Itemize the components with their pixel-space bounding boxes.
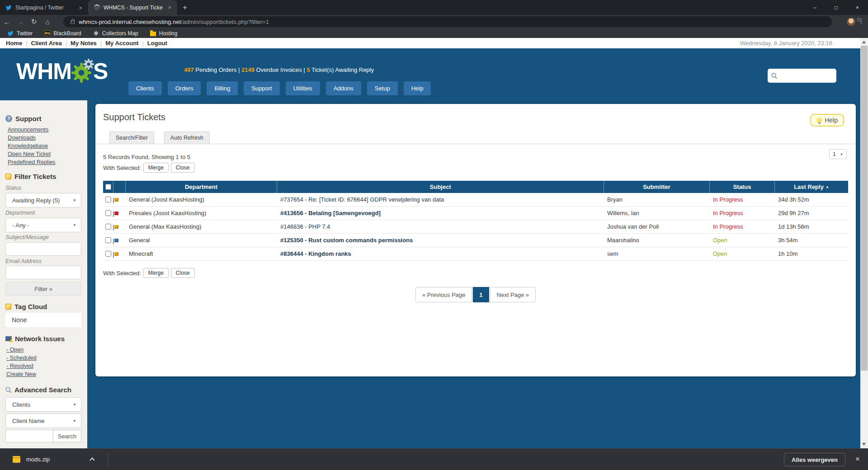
email-address-input[interactable] [5,266,81,279]
sidebar-link-downloads[interactable]: Downloads [8,134,56,142]
advanced-search-button[interactable]: Search [53,430,81,442]
page-number-select[interactable]: 1 ▼ [829,149,847,159]
home-icon[interactable]: ⌂ [41,18,54,26]
nav-orders-button[interactable]: Orders [168,81,201,95]
row-checkbox[interactable] [105,237,111,243]
column-header-department[interactable]: Department [125,181,277,193]
downloaded-file-name[interactable]: mods.zip [26,456,50,463]
section-title: Advanced Search [14,386,71,394]
sidebar-link-open-new-ticket[interactable]: Open New Ticket [8,150,56,158]
advanced-search-type-select[interactable]: Clients ▼ [5,397,81,412]
help-button[interactable]: Help [810,114,844,127]
sidebar: ? Support Announcements Downloads Knowle… [0,100,87,448]
ticket-subject[interactable]: #737654 - Re: [Ticket ID: 676644] GDPR v… [280,196,444,203]
bookmark-collectors-map[interactable]: Collectors Map [93,30,138,37]
row-checkbox[interactable] [105,224,111,230]
nav-utilities-button[interactable]: Utilities [286,81,320,95]
window-maximize-icon[interactable]: □ [826,0,847,15]
whmcs-header: WHM [0,48,860,100]
scrollbar-thumb[interactable] [861,46,868,371]
filter-button[interactable]: Filter » [5,282,81,296]
row-checkbox[interactable] [105,197,111,202]
sidebar-link-network-create-new[interactable]: Create New [6,370,37,378]
ticket-subject[interactable]: #413656 - Betaling [Samengevoegd] [280,210,381,216]
department-select[interactable]: - Any - ▼ [5,218,81,232]
merge-button[interactable]: Merge [143,163,169,173]
ticket-last-reply: 1d 13h 56m [774,223,848,230]
back-icon[interactable]: ← [0,18,14,26]
column-header-status[interactable]: Status [709,181,774,193]
show-all-downloads-button[interactable]: Alles weergeven [784,453,845,466]
header-search-input[interactable] [768,69,836,83]
sidebar-link-network-scheduled[interactable]: - Scheduled [6,354,37,362]
row-checkbox[interactable] [105,210,111,216]
current-page-button[interactable]: 1 [473,287,489,302]
ticket-subject[interactable]: #836444 - Kingdom ranks [280,250,351,257]
select-all-checkbox[interactable] [105,184,111,190]
chevron-up-icon[interactable] [90,457,94,462]
browser-tab-twitter[interactable]: Startpagina / Twitter × [0,2,89,13]
tab-auto-refresh[interactable]: Auto Refresh [164,132,210,144]
bookmark-hosting[interactable]: Hosting [150,30,178,37]
subject-message-input[interactable] [5,242,81,256]
nav-billing-button[interactable]: Billing [207,81,238,95]
advanced-search-field-select[interactable]: Client Name ▼ [5,414,81,428]
window-minimize-icon[interactable]: – [804,0,826,15]
previous-page-button[interactable]: « Previous Page [415,287,472,302]
sidebar-link-network-resolved[interactable]: - Resolved [6,362,37,370]
profile-avatar[interactable] [847,18,855,26]
sidebar-link-network-open[interactable]: - Open [6,346,37,354]
ticket-subject[interactable]: #125350 - Rust custom commands permissio… [280,237,413,244]
address-bar[interactable]: whmcs-prod.internal.cheesehosting.net /a… [63,16,832,27]
ticket-subject[interactable]: #146836 - PHP 7.4 [280,223,330,230]
column-header-last-reply[interactable]: Last Reply ▲ [774,181,848,193]
advanced-search-input[interactable] [5,430,53,442]
nav-support-button[interactable]: Support [244,81,280,95]
priority-flag-icon [114,198,118,202]
status-select[interactable]: Awaiting Reply (5) ▼ [5,193,81,207]
sidebar-link-announcements[interactable]: Announcements [8,126,56,134]
close-tickets-button[interactable]: Close [171,163,195,173]
close-tickets-button[interactable]: Close [171,268,195,278]
column-header-submitter[interactable]: Submitter [604,181,709,193]
pagination: « Previous Page 1 Next Page » [415,287,536,302]
table-header-row: Department Subject Submitter Status Last… [103,181,848,193]
new-tab-button[interactable]: + [177,2,193,15]
next-page-button[interactable]: Next Page » [490,287,536,302]
sidebar-link-predefined-replies[interactable]: Predefined Replies [8,158,56,166]
admin-link-logout[interactable]: Logout [147,40,167,47]
page-scrollbar[interactable] [860,38,868,448]
nav-help-button[interactable]: Help [404,81,431,95]
reload-icon[interactable]: ↻ [27,18,41,26]
tab-close-icon[interactable]: × [77,5,84,11]
nav-setup-button[interactable]: Setup [367,81,398,95]
row-checkbox[interactable] [105,251,111,257]
bookmark-blackboard[interactable]: Bb BlackBoard [44,30,81,37]
download-bar-close-icon[interactable]: × [855,455,860,464]
browser-menu-icon[interactable]: ⋮ [858,17,864,24]
merge-button[interactable]: Merge [143,268,169,278]
search-icon [771,73,777,79]
nav-addons-button[interactable]: Addons [326,81,361,95]
admin-link-my-notes[interactable]: My Notes [71,40,97,47]
status-select-value: Awaiting Reply (5) [12,197,60,204]
search-icon [5,387,11,393]
section-title: Filter Tickets [14,173,56,180]
column-header-subject[interactable]: Subject [277,181,604,193]
bookmark-twitter[interactable]: Twitter [7,30,33,37]
admin-link-client-area[interactable]: Client Area [31,40,62,47]
header-stats: 497 Pending Orders | 2149 Overdue Invoic… [128,66,429,73]
window-controls: – □ × [804,0,868,15]
tab-search-filter[interactable]: Search/Filter [109,132,154,144]
scroll-down-icon[interactable] [862,443,866,446]
window-close-icon[interactable]: × [847,0,868,15]
scroll-up-icon[interactable] [862,41,866,43]
admin-link-my-account[interactable]: My Account [105,40,138,47]
forward-icon[interactable]: → [14,18,27,26]
admin-link-home[interactable]: Home [6,40,22,47]
tab-close-icon[interactable]: × [166,4,173,11]
browser-tab-whmcs[interactable]: WHMCS - Support Tickets × [89,0,177,15]
header-nav: Clients Orders Billing Support Utilities… [128,81,431,95]
sidebar-link-knowledgebase[interactable]: Knowledgebase [8,142,56,150]
nav-clients-button[interactable]: Clients [128,81,162,95]
